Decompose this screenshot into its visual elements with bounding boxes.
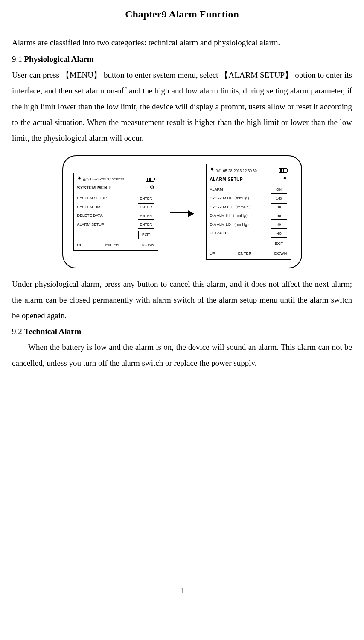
menu-label: ALARM SETUP — [77, 221, 105, 229]
battery-icon — [146, 177, 154, 182]
exit-button[interactable]: EXIT — [138, 231, 154, 239]
alarm-row-dia-hi[interactable]: DIA ALM HI （mmHg） 90 — [210, 212, 287, 221]
menu-label: DIA ALM HI （mmHg） — [210, 212, 250, 220]
menu-label: DEFAULT — [210, 230, 227, 237]
menu-label: SYS ALM LO （mmHg） — [210, 204, 253, 211]
chapter-title: Chapter9 Alarm Function — [12, 4, 352, 24]
section-name: Physiological Alarm — [24, 55, 94, 64]
alarm-setup-screen: ((¡)) 05-28-2013 12:30:30 ALARM SETUP AL… — [206, 164, 291, 260]
menu-item-system-setup[interactable]: SYSTEM SETUP ENTER — [77, 194, 154, 203]
section-9-1-heading: 9.1 Physiological Alarm — [12, 51, 352, 67]
svg-marker-2 — [188, 210, 194, 217]
datetime-text: 05-28-2013 12:30:30 — [90, 176, 124, 183]
section-number: 9.2 — [12, 327, 22, 336]
value-button[interactable]: 140 — [271, 195, 287, 203]
figure-container: ((¡)) 05-28-2013 12:30:30 SYSTEM MENU SY… — [12, 155, 352, 268]
signal-icon: ((¡)) — [216, 167, 221, 174]
screen-title: SYSTEM MENU — [77, 184, 111, 192]
down-label[interactable]: DOWN — [274, 250, 287, 258]
exit-row: EXIT — [209, 239, 288, 250]
value-button[interactable]: NO — [271, 230, 287, 238]
status-bar: ((¡)) 05-28-2013 12:30:30 — [76, 176, 155, 183]
system-menu-screen: ((¡)) 05-28-2013 12:30:30 SYSTEM MENU SY… — [73, 173, 158, 251]
enter-button[interactable]: ENTER — [138, 221, 154, 229]
screen-title-row: SYSTEM MENU — [76, 183, 155, 193]
section-9-1-body2: Under physiological alarm, press any but… — [12, 276, 352, 323]
signal-icon: ((¡)) — [83, 176, 89, 183]
bottom-nav: UP ENTER DOWN — [209, 249, 288, 258]
menu-label: DELETE DATA — [77, 212, 103, 220]
value-button[interactable]: 40 — [271, 221, 287, 229]
section-9-2-body: When the battery is low and the alarm is… — [12, 339, 352, 371]
menu-body: ALARM ON SYS ALM HI （mmHg） 140 SYS ALM L… — [209, 184, 288, 239]
menu-label: ALARM — [210, 186, 223, 194]
bell-icon — [77, 176, 82, 183]
down-label[interactable]: DOWN — [142, 241, 154, 249]
bell-icon — [210, 167, 214, 175]
bell-title-icon — [282, 175, 287, 184]
datetime-text: 05-28-2013 12:30:30 — [223, 167, 257, 175]
section-9-2-heading: 9.2 Technical Alarm — [12, 323, 352, 339]
status-bar: ((¡)) 05-28-2013 12:30:30 — [209, 167, 288, 175]
menu-item-system-time[interactable]: SYSTEM TIME ENTER — [77, 203, 154, 212]
menu-body: SYSTEM SETUP ENTER SYSTEM TIME ENTER DEL… — [76, 193, 155, 230]
up-label[interactable]: UP — [210, 250, 215, 258]
value-button[interactable]: 90 — [271, 203, 287, 211]
exit-button[interactable]: EXIT — [271, 240, 287, 248]
page-number: 1 — [12, 584, 352, 597]
alarm-row-on-off[interactable]: ALARM ON — [210, 185, 287, 194]
section-name: Technical Alarm — [24, 327, 82, 336]
screen-title-row: ALARM SETUP — [209, 175, 288, 185]
gear-icon — [150, 184, 154, 192]
intro-paragraph: Alarms are classified into two categorie… — [12, 35, 352, 50]
menu-label: SYSTEM SETUP — [77, 195, 107, 202]
value-button[interactable]: 90 — [271, 212, 287, 220]
figure-panel: ((¡)) 05-28-2013 12:30:30 SYSTEM MENU SY… — [62, 155, 302, 268]
screen-title: ALARM SETUP — [210, 175, 243, 184]
menu-label: SYS ALM HI （mmHg） — [210, 195, 251, 202]
menu-label: SYSTEM TIME — [77, 204, 103, 211]
enter-button[interactable]: ENTER — [138, 212, 154, 220]
arrow-icon — [169, 207, 195, 216]
menu-item-alarm-setup[interactable]: ALARM SETUP ENTER — [77, 220, 154, 229]
alarm-row-sys-lo[interactable]: SYS ALM LO （mmHg） 90 — [210, 203, 287, 212]
value-button[interactable]: ON — [271, 186, 287, 194]
alarm-row-sys-hi[interactable]: SYS ALM HI （mmHg） 140 — [210, 194, 287, 203]
exit-row: EXIT — [76, 230, 155, 241]
alarm-row-default[interactable]: DEFAULT NO — [210, 229, 287, 238]
up-label[interactable]: UP — [77, 241, 83, 249]
section-number: 9.1 — [12, 55, 22, 64]
menu-label: DIA ALM LO （mmHg） — [210, 221, 251, 229]
bottom-nav: UP ENTER DOWN — [76, 241, 155, 249]
alarm-row-dia-lo[interactable]: DIA ALM LO （mmHg） 40 — [210, 220, 287, 229]
enter-button[interactable]: ENTER — [138, 195, 154, 203]
battery-icon — [279, 168, 287, 173]
section-9-1-body: User can press 【MENU】 button to enter sy… — [12, 67, 352, 146]
enter-label[interactable]: ENTER — [105, 241, 119, 249]
enter-label[interactable]: ENTER — [238, 250, 252, 258]
menu-item-delete-data[interactable]: DELETE DATA ENTER — [77, 212, 154, 221]
enter-button[interactable]: ENTER — [138, 203, 154, 211]
